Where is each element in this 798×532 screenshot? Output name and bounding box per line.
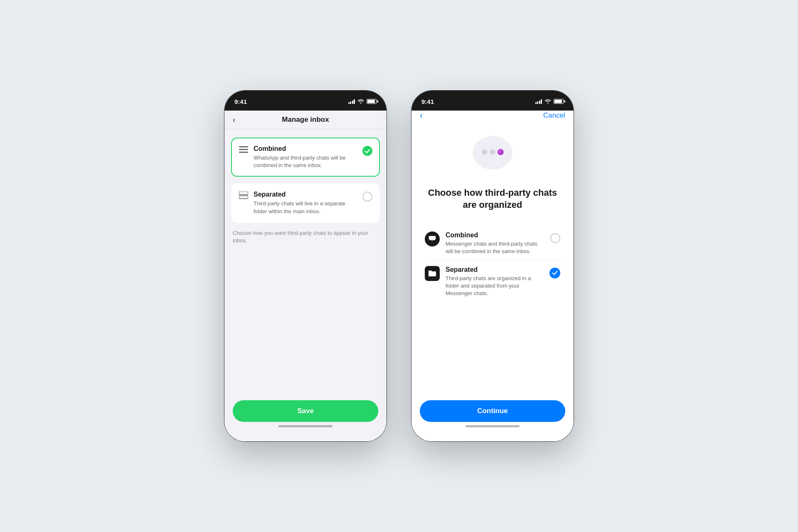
svg-rect-2 xyxy=(239,152,248,153)
bottom-area-2: Continue xyxy=(411,394,574,441)
separated-row-title: Separated xyxy=(446,266,544,273)
combined-row-text: Combined Messenger chats and third-party… xyxy=(446,232,544,255)
battery-icon xyxy=(367,99,377,104)
svg-rect-4 xyxy=(239,196,248,199)
nav-bar-1: ‹ Manage inbox xyxy=(224,111,387,129)
bottom-area-1: Save xyxy=(224,394,387,441)
status-bar-1: 9:41 xyxy=(224,91,387,111)
radio-checked-icon xyxy=(362,146,372,156)
separated-text: Separated Third-party chats will live in… xyxy=(254,191,357,215)
content-area-1: Combined WhatsApp and third-party chats … xyxy=(224,129,387,394)
status-icons-2 xyxy=(535,99,564,105)
page-title-1: Manage inbox xyxy=(282,116,329,124)
wifi-icon xyxy=(357,99,364,105)
status-icons-1 xyxy=(348,99,377,105)
time-2: 9:41 xyxy=(421,98,434,105)
continue-button[interactable]: Continue xyxy=(420,400,565,422)
combined-radio-2[interactable] xyxy=(550,233,560,243)
status-bar-2: 9:41 xyxy=(411,91,574,111)
separated-radio-2[interactable] xyxy=(549,268,560,278)
svg-point-7 xyxy=(482,149,487,155)
separated-icon xyxy=(239,192,249,201)
time-1: 9:41 xyxy=(234,98,247,105)
wifi-icon-2 xyxy=(544,99,551,105)
separated-row-icon xyxy=(425,266,440,281)
separated-row-desc: Third-party chats are organized in a fol… xyxy=(446,275,544,298)
screen-1: ‹ Manage inbox Combined WhatsApp and thi… xyxy=(224,111,387,441)
home-indicator-2 xyxy=(466,425,520,427)
phone-2: 9:41 ‹ Cancel xyxy=(411,91,574,441)
svg-rect-3 xyxy=(239,192,248,195)
screen-2: ‹ Cancel xyxy=(411,111,574,441)
radio-unchecked-icon xyxy=(362,192,372,202)
separated-desc: Third-party chats will live in a separat… xyxy=(254,200,357,215)
combined-row-icon xyxy=(425,232,440,246)
combined-title: Combined xyxy=(254,145,357,153)
svg-rect-0 xyxy=(239,146,248,148)
separated-row-text: Separated Third-party chats are organize… xyxy=(446,266,544,298)
save-button[interactable]: Save xyxy=(233,400,378,422)
combined-text: Combined WhatsApp and third-party chats … xyxy=(254,145,357,169)
combined-desc: WhatsApp and third-party chats will be c… xyxy=(254,154,357,169)
separated-row[interactable]: Separated Third-party chats are organize… xyxy=(425,261,560,303)
phone-1: 9:41 ‹ Manage inbox xyxy=(224,91,387,441)
separated-title: Separated xyxy=(254,191,357,198)
separated-radio[interactable] xyxy=(362,192,372,202)
options-container: Combined Messenger chats and third-party… xyxy=(418,225,567,304)
hero-illustration xyxy=(468,133,517,179)
combined-row-title: Combined xyxy=(446,232,544,239)
hero-section: Choose how third-party chats are organiz… xyxy=(411,121,574,225)
spacer xyxy=(411,304,574,394)
svg-point-10 xyxy=(498,149,504,155)
hint-text: Choose how you want third-party chats to… xyxy=(231,229,380,244)
back-button-1[interactable]: ‹ xyxy=(233,116,235,124)
combined-row[interactable]: Combined Messenger chats and third-party… xyxy=(425,227,560,261)
svg-rect-1 xyxy=(239,149,248,150)
home-indicator-1 xyxy=(278,425,332,427)
battery-icon-2 xyxy=(554,99,564,104)
cancel-button[interactable]: Cancel xyxy=(543,111,565,120)
signal-icon xyxy=(348,99,355,104)
separated-option-card[interactable]: Separated Third-party chats will live in… xyxy=(231,183,380,222)
combined-row-desc: Messenger chats and third-party chats wi… xyxy=(446,240,544,255)
svg-point-8 xyxy=(490,149,495,155)
combined-icon xyxy=(239,146,249,155)
combined-option-card[interactable]: Combined WhatsApp and third-party chats … xyxy=(231,138,380,177)
signal-icon-2 xyxy=(535,99,542,104)
combined-radio[interactable] xyxy=(362,146,372,156)
hero-title: Choose how third-party chats are organiz… xyxy=(420,187,565,211)
back-button-2[interactable]: ‹ xyxy=(420,111,423,121)
nav-bar-2: ‹ Cancel xyxy=(411,111,574,121)
